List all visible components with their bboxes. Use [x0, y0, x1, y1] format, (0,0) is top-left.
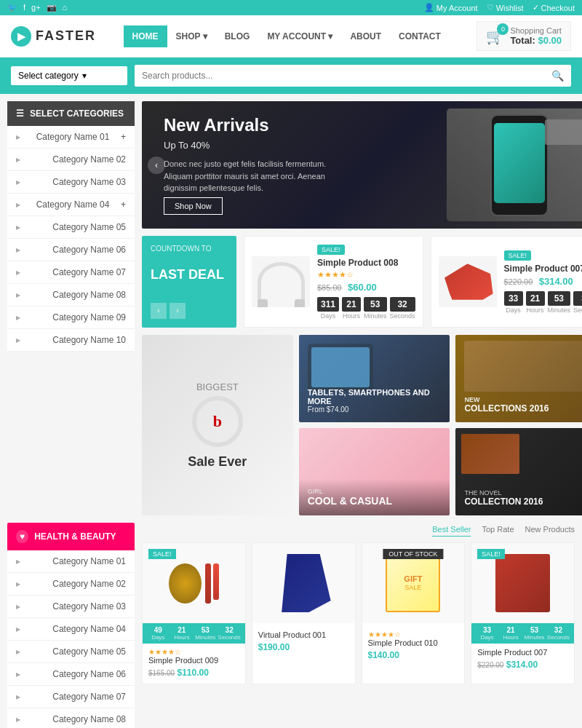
tab-top-rate[interactable]: Top Rate [482, 523, 514, 537]
sidebar-item-cat5[interactable]: Category Name 05 [7, 216, 135, 239]
sidebar-categories: ☰ SELECT CATEGORIES Category Name 01 + C… [7, 101, 135, 352]
sidebar-item-cat2[interactable]: Category Name 02 [7, 149, 135, 171]
deal-item-2: SALE! Simple Product 007 $220.00 $314.00… [431, 236, 582, 328]
hero-prev-button[interactable]: ‹ [148, 157, 165, 174]
twitter-icon[interactable]: 🐦 [7, 3, 17, 12]
instagram-icon[interactable]: 📷 [47, 3, 57, 12]
deal-img-2 [439, 256, 497, 307]
health-cat-4[interactable]: Category Name 04 [7, 618, 135, 641]
logo-icon: ▶ [11, 26, 31, 47]
sidebar-item-cat9[interactable]: Category Name 09 [7, 306, 135, 329]
facebook-icon[interactable]: f [23, 3, 25, 12]
promo-title-shoe: COLLECTIONS 2016 [464, 403, 582, 414]
deal-info-2: SALE! Simple Product 007 $220.00 $314.00… [504, 250, 582, 314]
category-select[interactable]: Select category ▾ [11, 66, 127, 85]
promo-overlay-tech: TABLETS, SMARTPHONES AND MORE From $74.0… [299, 379, 450, 422]
my-account-link[interactable]: 👤 My Account [424, 3, 478, 12]
shop-now-button[interactable]: Shop Now [164, 197, 223, 215]
deal-price-2: $314.00 [539, 276, 573, 287]
hero-discount: Up To 40% [164, 140, 353, 151]
product-card-3: OUT OF STOCK GIFT SALE ★★★★☆ Simple Prod… [362, 542, 466, 684]
countdown-prev[interactable]: ‹ [151, 303, 167, 319]
sidebar-item-cat3[interactable]: Category Name 03 [7, 171, 135, 194]
tab-best-seller[interactable]: Best Seller [432, 523, 471, 537]
deal-old-price-2: $220.00 [504, 277, 533, 286]
product-name-2[interactable]: Virtual Product 001 [258, 630, 349, 639]
main-section: ☰ SELECT CATEGORIES Category Name 01 + C… [0, 94, 582, 523]
search-button[interactable]: 🔍 [544, 65, 571, 87]
nav-item-blog[interactable]: BLOG [216, 25, 259, 47]
timer-minutes-2: 53Minutes [548, 291, 571, 314]
google-plus-icon[interactable]: g+ [31, 3, 41, 12]
cart-label: Shopping Cart [510, 26, 562, 35]
wishlist-link[interactable]: ♡ Wishlist [487, 3, 524, 12]
shoe-illustration [442, 262, 493, 302]
promo-book[interactable]: THE NOVEL COLLECTION 2016 [455, 428, 582, 515]
nav-item-myaccount[interactable]: MY ACCOUNT ▾ [258, 25, 341, 47]
logo[interactable]: ▶ FASTER [11, 26, 96, 47]
product-card-4: SALE! 33Days 21Hours 53Minutes 32Seconds… [471, 542, 575, 684]
promo-from-tech: From $74.00 [308, 405, 442, 414]
gift-image: GIFT SALE [386, 554, 440, 612]
deal-name-2: Simple Product 007 [504, 264, 582, 274]
sidebar-item-cat6[interactable]: Category Name 06 [7, 239, 135, 261]
phone-mockup [490, 114, 549, 216]
health-cat-5[interactable]: Category Name 05 [7, 641, 135, 663]
sidebar-item-cat1[interactable]: Category Name 01 + [7, 126, 135, 149]
sidebar-item-cat4[interactable]: Category Name 04 + [7, 194, 135, 216]
deal-img-1 [252, 256, 310, 307]
deal-timer-1: 311Days 21Hours 53Minutes 32Seconds [317, 297, 415, 320]
nav-item-shop[interactable]: SHOP ▾ [167, 25, 216, 47]
product-name-1[interactable]: Simple Product 009 [148, 656, 239, 665]
health-cat-3[interactable]: Category Name 03 [7, 596, 135, 618]
search-input[interactable] [135, 66, 544, 86]
countdown-title: LAST DEAL [151, 268, 228, 282]
sidebar-item-cat8[interactable]: Category Name 08 [7, 284, 135, 306]
bottom-section: ♥ HEALTH & BEAUTY Category Name 01 Categ… [0, 523, 582, 728]
health-cat-1[interactable]: Category Name 01 [7, 550, 135, 573]
health-cat-2[interactable]: Category Name 02 [7, 573, 135, 596]
promo-headphone[interactable]: BIGGEST b Sale Ever [142, 335, 293, 515]
search-input-wrap: 🔍 [135, 65, 571, 87]
promo-grid: TABLETS, SMARTPHONES AND MORE From $74.0… [142, 335, 582, 515]
health-cat-7[interactable]: Category Name 07 [7, 686, 135, 708]
product-card-1: SALE! 49Days 21Hours 53Minutes 32Seconds [142, 542, 246, 684]
top-bar-right-links: 👤 My Account ♡ Wishlist ✓ Checkout [424, 3, 575, 12]
category-select-text: Select category [18, 71, 79, 81]
timer-seconds-1: 32Seconds [390, 297, 415, 320]
nav-item-home[interactable]: HOME [124, 25, 167, 47]
bottom-main: Best Seller Top Rate New Products SALE! [142, 523, 575, 728]
product-name-3[interactable]: Simple Product 010 [368, 638, 459, 647]
rss-icon[interactable]: ⌂ [63, 3, 68, 12]
nav-item-about[interactable]: ABOUT [341, 25, 390, 47]
promo-sub-headphone: BIGGEST [196, 381, 239, 392]
tab-new-products[interactable]: New Products [525, 523, 575, 537]
health-sidebar-header: ♥ HEALTH & BEAUTY [7, 523, 135, 550]
checkout-link[interactable]: ✓ Checkout [533, 3, 575, 12]
cart-info: Shopping Cart Total: $0.00 [510, 26, 562, 46]
countdown-next[interactable]: › [170, 303, 186, 319]
hero-device-image [447, 108, 582, 221]
sidebar-item-cat10[interactable]: Category Name 10 [7, 329, 135, 352]
health-cat-6[interactable]: Category Name 06 [7, 663, 135, 686]
product-pricing-1: $165.00 $110.00 [148, 668, 239, 678]
health-cat-8[interactable]: Category Name 08 [7, 708, 135, 728]
promo-title-tech: TABLETS, SMARTPHONES AND MORE [308, 388, 442, 405]
promo-girl[interactable]: GIRL COOL & CASUAL [299, 428, 450, 515]
social-icons: 🐦 f g+ 📷 ⌂ [7, 3, 67, 12]
promo-overlay-girl: GIRL COOL & CASUAL [299, 479, 450, 515]
promo-title-girl: COOL & CASUAL [308, 495, 442, 507]
promo-shoe[interactable]: NEW COLLECTIONS 2016 [455, 335, 582, 422]
nav-item-contact[interactable]: CONTACT [390, 25, 450, 47]
health-category-list: Category Name 01 Category Name 02 Catego… [7, 550, 135, 728]
sidebar-item-cat7[interactable]: Category Name 07 [7, 261, 135, 284]
product-info-1: ★★★★☆ Simple Product 009 $165.00 $110.00 [143, 644, 245, 684]
deal-old-price-1: $85.00 [317, 283, 342, 292]
product-old-4: $220.00 [477, 661, 503, 669]
cart-area[interactable]: 🛒 0 Shopping Cart Total: $0.00 [477, 21, 571, 51]
product-name-4[interactable]: Simple Product 007 [477, 648, 568, 657]
product-card-2: Virtual Product 001 $190.00 [252, 542, 356, 684]
product-stars-3: ★★★★☆ [368, 630, 459, 638]
logo-text: FASTER [36, 28, 96, 44]
promo-tech[interactable]: TABLETS, SMARTPHONES AND MORE From $74.0… [299, 335, 450, 422]
